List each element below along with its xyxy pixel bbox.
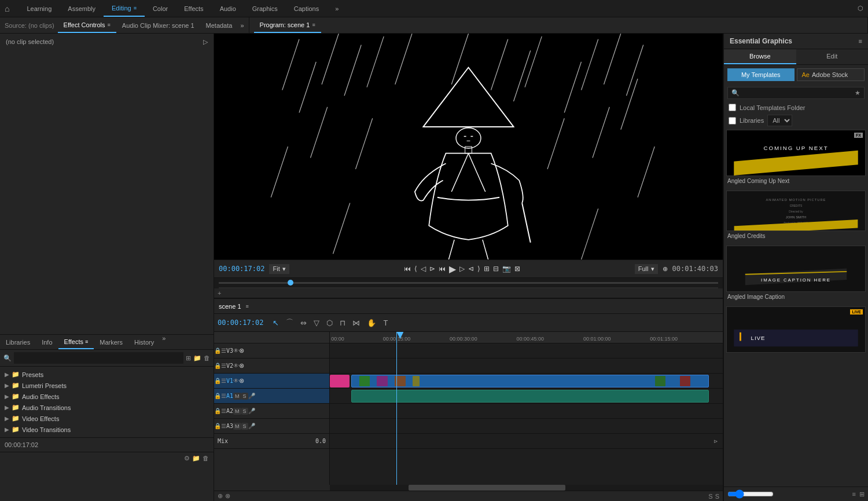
zoom-icon[interactable]: ⊕ xyxy=(663,265,668,273)
video-effects-item[interactable]: ▶ 📁 Video Effects xyxy=(0,413,214,424)
nav-tab-graphics[interactable]: Graphics xyxy=(244,0,286,17)
expand-icon[interactable]: ▷ xyxy=(203,38,208,46)
v2-eye-icon[interactable]: 👁 xyxy=(233,363,239,369)
template-angled-coming-up-next[interactable]: COMING UP NEXT FX Angled Coming Up Next xyxy=(726,130,866,186)
new-bin-icon[interactable]: ⊞ xyxy=(186,354,191,362)
info-tab[interactable]: Info xyxy=(36,335,58,349)
v1-mute-icon[interactable]: ⊗ xyxy=(239,377,244,385)
program-scrub-bar[interactable] xyxy=(214,278,723,288)
a2-lock-icon[interactable]: 🔒 xyxy=(214,408,221,414)
a3-s-button[interactable]: S xyxy=(241,423,248,430)
tl-razor-tool[interactable]: ▽ xyxy=(311,317,322,328)
v3-lock-icon[interactable]: 🔒 xyxy=(214,348,221,354)
btn-step-fwd[interactable]: ▷ xyxy=(459,265,465,273)
effects-search-input[interactable] xyxy=(14,352,183,364)
a1-lock-icon[interactable]: 🔒 xyxy=(214,393,221,399)
fit-dropdown-button[interactable]: Fit ▾ xyxy=(269,264,289,274)
v1-eye-icon[interactable]: 👁 xyxy=(233,378,239,384)
metadata-tab[interactable]: Metadata xyxy=(200,17,238,33)
edit-tab[interactable]: Edit xyxy=(796,49,869,64)
lumetri-presets-item[interactable]: ▶ 📁 Lumetri Presets xyxy=(0,380,214,391)
a1-m-button[interactable]: M xyxy=(233,393,241,400)
tl-type-tool[interactable]: T xyxy=(381,317,390,328)
template-angled-image-caption[interactable]: IMAGE CAPTION HERE Angled Image Caption xyxy=(726,246,866,302)
effect-controls-tab[interactable]: Effect Controls ≡ xyxy=(58,17,116,33)
a2-menu-icon[interactable]: ☰ xyxy=(221,408,226,414)
history-tab[interactable]: History xyxy=(128,335,160,349)
btn-step-back[interactable]: ◁ xyxy=(421,265,426,273)
video-transitions-item[interactable]: ▶ 📁 Video Transitions xyxy=(0,424,214,435)
tl-snap-tool[interactable]: ⊓ xyxy=(337,317,348,328)
tl-hand-tool[interactable]: ✋ xyxy=(365,317,378,328)
tl-bottom-icon-1[interactable]: ⊕ xyxy=(218,492,223,500)
adobe-stock-button[interactable]: Ae Adobe Stock xyxy=(797,68,865,81)
mix-expand-icon[interactable]: ⊳ xyxy=(713,438,718,444)
nav-tab-assembly[interactable]: Assembly xyxy=(60,0,104,17)
v1-clip-blue[interactable] xyxy=(351,375,709,387)
v1-lock-icon[interactable]: 🔒 xyxy=(214,378,221,384)
btn-to-in[interactable]: ⊳ xyxy=(429,265,435,273)
nav-tab-learning[interactable]: Learning xyxy=(19,0,60,17)
template-angled-credits[interactable]: ANIMATED MOTION PICTURE CREDITS Directed… xyxy=(726,191,866,241)
delete-icon[interactable]: 🗑 xyxy=(204,354,210,362)
v1-clip-pink[interactable] xyxy=(330,375,350,387)
tl-slip-tool[interactable]: ⬡ xyxy=(324,317,335,328)
scrollbar-thumb[interactable] xyxy=(409,485,566,491)
effects-tab[interactable]: Effects ≡ xyxy=(58,335,94,349)
nav-tab-captions[interactable]: Captions xyxy=(286,0,327,17)
tl-link-tool[interactable]: ⋈ xyxy=(350,317,362,328)
audio-clip-mixer-tab[interactable]: Audio Clip Mixer: scene 1 xyxy=(116,17,200,33)
v2-menu-icon[interactable]: ☰ xyxy=(221,363,226,369)
nav-tab-more[interactable]: » xyxy=(327,0,347,17)
v3-mute-icon[interactable]: ⊗ xyxy=(239,347,244,354)
eg-star-icon[interactable]: ★ xyxy=(855,89,860,97)
nav-tab-editing[interactable]: Editing≡ xyxy=(104,0,145,17)
program-monitor-tab[interactable]: Program: scene 1 ≡ xyxy=(254,17,321,33)
template-zoom-slider[interactable] xyxy=(727,489,774,499)
btn-insert[interactable]: ⊞ xyxy=(484,265,490,273)
a3-lock-icon[interactable]: 🔒 xyxy=(214,423,221,429)
library-expand-icon[interactable]: » xyxy=(162,335,165,349)
export-icon[interactable]: ⬡ xyxy=(858,5,863,12)
my-templates-button[interactable]: My Templates xyxy=(727,68,795,81)
a3-menu-icon[interactable]: ☰ xyxy=(221,423,226,429)
tl-selection-tool[interactable]: ↖ xyxy=(270,317,281,328)
new-bin-icon2[interactable]: 📁 xyxy=(192,455,200,462)
btn-overwrite[interactable]: ⊟ xyxy=(493,265,499,273)
browse-tab[interactable]: Browse xyxy=(724,49,796,64)
essential-search-input[interactable] xyxy=(742,90,855,97)
nav-tab-audio[interactable]: Audio xyxy=(212,0,244,17)
a3-m-button[interactable]: M xyxy=(233,423,241,430)
a1-clip[interactable] xyxy=(351,390,709,403)
a1-menu-icon[interactable]: ☰ xyxy=(221,393,226,399)
v1-menu-icon[interactable]: ☰ xyxy=(221,378,226,384)
btn-to-start[interactable]: ⏮ xyxy=(404,265,411,273)
v2-lock-icon[interactable]: 🔒 xyxy=(214,363,221,369)
quality-dropdown-button[interactable]: Full ▾ xyxy=(635,264,658,274)
markers-tab[interactable]: Markers xyxy=(94,335,128,349)
source-panel-expand-icon[interactable]: » xyxy=(240,22,244,29)
presets-item[interactable]: ▶ 📁 Presets xyxy=(0,369,214,380)
essential-graphics-menu-icon[interactable]: ≡ xyxy=(859,38,862,45)
audio-transitions-item[interactable]: ▶ 📁 Audio Transitions xyxy=(0,402,214,413)
btn-to-out[interactable]: ⊲ xyxy=(468,265,474,273)
delete-icon2[interactable]: 🗑 xyxy=(203,455,209,462)
eg-settings-icon[interactable]: ≡ xyxy=(852,491,856,498)
filter-icon[interactable]: ⚙ xyxy=(184,455,190,462)
local-templates-checkbox[interactable] xyxy=(729,104,736,111)
v3-eye-icon[interactable]: 👁 xyxy=(233,348,239,354)
btn-export-frame[interactable]: 📷 xyxy=(502,265,511,273)
new-folder-icon[interactable]: 📁 xyxy=(193,354,201,362)
tl-rolling-tool[interactable]: ⇔ xyxy=(298,317,309,328)
a1-s-button[interactable]: S xyxy=(241,393,248,400)
template-live[interactable]: LIVE LIVE xyxy=(726,306,866,353)
add-media-icon[interactable]: + xyxy=(218,290,221,297)
tl-bottom-icon-2[interactable]: ⊗ xyxy=(225,492,230,500)
nav-tab-color[interactable]: Color xyxy=(145,0,176,17)
libraries-checkbox[interactable] xyxy=(729,117,736,125)
nav-tab-effects[interactable]: Effects xyxy=(176,0,211,17)
a2-m-button[interactable]: M xyxy=(233,408,241,415)
timeline-horizontal-scrollbar[interactable] xyxy=(330,485,723,491)
a2-s-button[interactable]: S xyxy=(241,408,248,415)
libraries-dropdown[interactable]: All xyxy=(767,115,792,126)
